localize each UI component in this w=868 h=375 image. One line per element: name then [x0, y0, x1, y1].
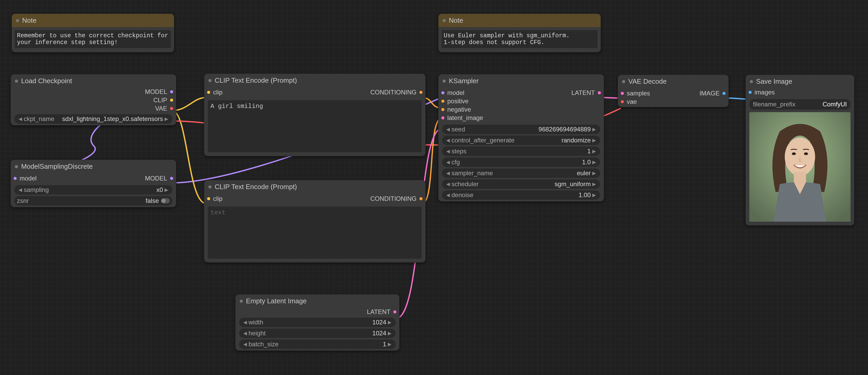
output-image[interactable]: IMAGE — [673, 89, 726, 97]
batch-size-widget[interactable]: ◀ batch_size 1 ▶ — [239, 340, 396, 349]
steps-widget[interactable]: ◀ steps 1 ▶ — [442, 147, 600, 156]
note-node-2[interactable]: Note — [438, 13, 601, 53]
port-icon[interactable] — [748, 91, 752, 94]
arrow-left-icon[interactable]: ◀ — [17, 116, 24, 122]
output-conditioning[interactable]: CONDITIONING — [315, 88, 423, 96]
output-vae[interactable]: VAE — [11, 104, 176, 113]
port-icon[interactable] — [620, 100, 624, 103]
port-icon[interactable] — [170, 177, 174, 180]
collapse-dot-icon[interactable] — [240, 300, 243, 303]
output-latent[interactable]: LATENT — [236, 308, 399, 316]
arrow-left-icon[interactable]: ◀ — [445, 148, 452, 154]
zsnr-widget[interactable]: zsnr false — [14, 196, 173, 206]
seed-widget[interactable]: ◀ seed 968269694694889 ▶ — [442, 125, 600, 134]
node-titlebar[interactable]: ModelSamplingDiscrete — [11, 160, 176, 173]
width-widget[interactable]: ◀ width 1024 ▶ — [239, 318, 396, 327]
input-vae[interactable]: vae — [620, 97, 673, 106]
note-node-1[interactable]: Note — [11, 13, 174, 53]
prompt-text-input[interactable]: text — [208, 207, 422, 259]
toggle-pill-icon[interactable] — [161, 198, 170, 204]
input-clip[interactable]: clip — [207, 194, 315, 203]
input-positive[interactable]: positive — [441, 97, 521, 105]
input-latent-image[interactable]: latent_image — [441, 114, 521, 122]
collapse-dot-icon[interactable] — [208, 79, 212, 82]
filename-prefix-widget[interactable]: filename_prefix ComfyUI — [749, 99, 850, 110]
node-titlebar[interactable]: CLIP Text Encode (Prompt) — [204, 180, 425, 193]
arrow-left-icon[interactable]: ◀ — [242, 341, 249, 347]
input-negative[interactable]: negative — [441, 105, 521, 114]
port-icon[interactable] — [441, 99, 445, 103]
arrow-right-icon[interactable]: ▶ — [386, 319, 393, 325]
port-icon[interactable] — [207, 91, 211, 94]
arrow-right-icon[interactable]: ▶ — [591, 137, 597, 143]
height-widget[interactable]: ◀ height 1024 ▶ — [239, 329, 396, 338]
arrow-left-icon[interactable]: ◀ — [445, 137, 452, 143]
input-model[interactable]: model — [441, 89, 521, 97]
node-titlebar[interactable]: Empty Latent Image — [236, 294, 399, 308]
cfg-widget[interactable]: ◀ cfg 1.0 ▶ — [442, 157, 600, 167]
node-titlebar[interactable]: CLIP Text Encode (Prompt) — [204, 74, 425, 87]
arrow-right-icon[interactable]: ▶ — [163, 187, 170, 193]
arrow-right-icon[interactable]: ▶ — [591, 181, 597, 187]
arrow-left-icon[interactable]: ◀ — [445, 181, 452, 187]
collapse-dot-icon[interactable] — [15, 165, 18, 168]
input-samples[interactable]: samples — [620, 89, 673, 97]
load-checkpoint-node[interactable]: Load Checkpoint MODEL CLIP VAE ◀ ckpt_na… — [10, 74, 176, 125]
node-titlebar[interactable]: VAE Decode — [618, 75, 728, 88]
arrow-left-icon[interactable]: ◀ — [242, 331, 249, 336]
output-model[interactable]: MODEL — [93, 174, 174, 183]
port-icon[interactable] — [597, 91, 601, 95]
collapse-dot-icon[interactable] — [750, 80, 753, 83]
sampler-name-widget[interactable]: ◀ sampler_name euler ▶ — [442, 168, 600, 178]
collapse-dot-icon[interactable] — [16, 19, 19, 22]
arrow-right-icon[interactable]: ▶ — [163, 116, 170, 122]
output-latent[interactable]: LATENT — [521, 89, 601, 97]
arrow-left-icon[interactable]: ◀ — [445, 170, 452, 176]
node-titlebar[interactable]: Save Image — [746, 75, 854, 88]
scheduler-widget[interactable]: ◀ scheduler sgm_uniform ▶ — [442, 180, 600, 189]
arrow-right-icon[interactable]: ▶ — [591, 148, 597, 154]
collapse-dot-icon[interactable] — [622, 80, 625, 83]
input-clip[interactable]: clip — [207, 88, 315, 96]
arrow-left-icon[interactable]: ◀ — [445, 159, 452, 165]
note-text[interactable] — [441, 30, 597, 48]
arrow-left-icon[interactable]: ◀ — [242, 319, 249, 325]
port-icon[interactable] — [170, 98, 174, 102]
note-text[interactable] — [15, 30, 171, 48]
arrow-left-icon[interactable]: ◀ — [17, 187, 24, 193]
port-icon[interactable] — [207, 197, 211, 200]
input-model[interactable]: model — [13, 174, 93, 183]
sampling-widget[interactable]: ◀ sampling x0 ▶ — [14, 185, 173, 194]
arrow-left-icon[interactable]: ◀ — [445, 126, 452, 132]
save-image-node[interactable]: Save Image images filename_prefix ComfyU… — [745, 74, 855, 226]
prompt-text-input[interactable]: A girl smiling — [208, 100, 422, 152]
ckpt-name-widget[interactable]: ◀ ckpt_name sdxl_lightning_1step_x0.safe… — [14, 114, 173, 124]
node-titlebar[interactable]: Load Checkpoint — [11, 74, 176, 88]
port-icon[interactable] — [170, 90, 174, 94]
arrow-right-icon[interactable]: ▶ — [591, 192, 597, 198]
node-titlebar[interactable]: Note — [12, 14, 174, 27]
clip-text-encode-positive-node[interactable]: CLIP Text Encode (Prompt) clip CONDITION… — [204, 73, 426, 156]
arrow-right-icon[interactable]: ▶ — [591, 170, 597, 176]
arrow-right-icon[interactable]: ▶ — [386, 341, 393, 347]
port-icon[interactable] — [441, 116, 445, 120]
empty-latent-image-node[interactable]: Empty Latent Image LATENT ◀ width 1024 ▶… — [235, 294, 400, 351]
port-icon[interactable] — [393, 310, 397, 314]
arrow-right-icon[interactable]: ▶ — [591, 126, 597, 132]
port-icon[interactable] — [13, 177, 17, 180]
output-conditioning[interactable]: CONDITIONING — [315, 194, 423, 203]
port-icon[interactable] — [419, 197, 423, 200]
arrow-left-icon[interactable]: ◀ — [445, 192, 452, 198]
clip-text-encode-negative-node[interactable]: CLIP Text Encode (Prompt) clip CONDITION… — [204, 180, 426, 262]
port-icon[interactable] — [441, 108, 445, 111]
node-titlebar[interactable]: KSampler — [438, 74, 604, 88]
ksampler-node[interactable]: KSampler model positive negative latent_… — [438, 74, 604, 201]
model-sampling-discrete-node[interactable]: ModelSamplingDiscrete model MODEL ◀ samp… — [10, 160, 176, 207]
arrow-right-icon[interactable]: ▶ — [591, 159, 597, 165]
control-after-generate-widget[interactable]: ◀ control_after_generate randomize ▶ — [442, 135, 600, 145]
port-icon[interactable] — [170, 107, 174, 110]
port-icon[interactable] — [419, 91, 423, 94]
node-titlebar[interactable]: Note — [438, 14, 601, 27]
port-icon[interactable] — [441, 91, 445, 95]
port-icon[interactable] — [620, 92, 624, 95]
